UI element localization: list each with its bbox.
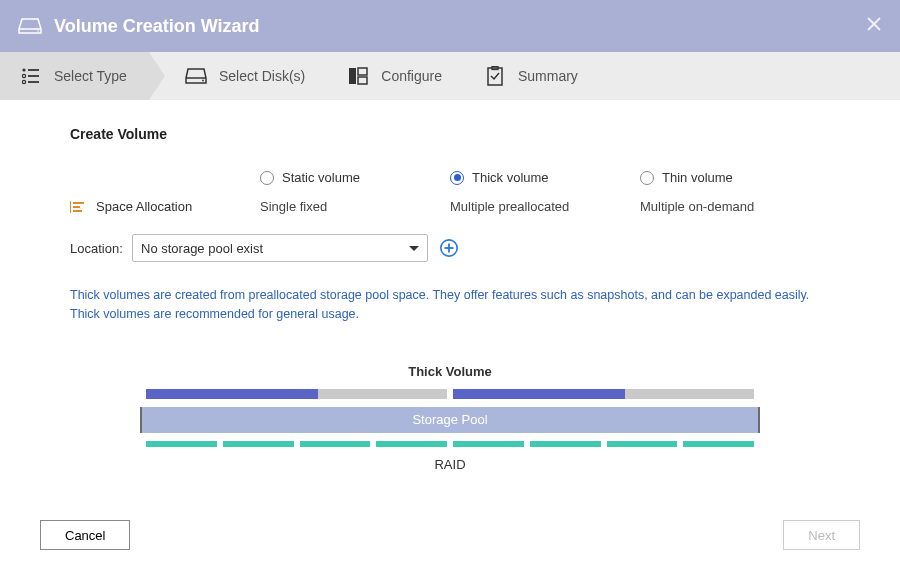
svg-rect-15: [488, 68, 502, 85]
content-area: Create Volume Static volume Thick volume…: [0, 100, 900, 500]
diagram-raid-segment: [607, 441, 678, 447]
volume-type-grid: Static volume Thick volume Thin volume S…: [70, 170, 830, 214]
radio-label: Thin volume: [662, 170, 733, 185]
radio-thin-volume[interactable]: Thin volume: [640, 170, 830, 185]
svg-point-4: [22, 68, 25, 71]
step-select-disks[interactable]: Select Disk(s): [149, 52, 327, 100]
titlebar-title: Volume Creation Wizard: [54, 16, 260, 37]
diagram-storage-pool: Storage Pool: [140, 407, 760, 433]
volume-type-note: Thick volumes are created from prealloca…: [70, 286, 830, 324]
radio-static-volume[interactable]: Static volume: [260, 170, 450, 185]
diagram-raid-segment: [530, 441, 601, 447]
radio-thick-volume[interactable]: Thick volume: [450, 170, 640, 185]
radio-label: Thick volume: [472, 170, 549, 185]
diagram-volume-bar: [453, 389, 754, 399]
location-row: Location: No storage pool exist: [70, 234, 830, 262]
space-allocation-label: Space Allocation: [96, 199, 192, 214]
diagram-raid-segment: [683, 441, 754, 447]
step-label: Configure: [381, 68, 442, 84]
svg-point-1: [37, 30, 39, 32]
svg-point-8: [22, 80, 25, 83]
location-value: No storage pool exist: [141, 241, 263, 256]
diagram-volume-bar: [146, 389, 447, 399]
diagram-raid-segment: [453, 441, 524, 447]
disk-icon: [18, 17, 42, 35]
diagram-raid-segment: [223, 441, 294, 447]
diagram-raid-segment: [376, 441, 447, 447]
drive-icon: [185, 66, 207, 86]
cancel-button[interactable]: Cancel: [40, 520, 130, 550]
allocation-icon: [70, 200, 86, 214]
radio-label: Static volume: [282, 170, 360, 185]
location-label: Location:: [70, 241, 132, 256]
allocation-static: Single fixed: [260, 199, 450, 214]
footer: Cancel Next: [0, 500, 900, 570]
space-allocation-label-cell: Space Allocation: [70, 199, 260, 214]
titlebar: Volume Creation Wizard: [0, 0, 900, 52]
add-storage-pool-button[interactable]: [438, 237, 460, 259]
diagram-raid-segment: [146, 441, 217, 447]
step-select-type[interactable]: Select Type: [0, 52, 149, 100]
step-configure[interactable]: Configure: [327, 52, 464, 100]
diagram-raid-label: RAID: [140, 457, 760, 472]
diagram-title: Thick Volume: [140, 364, 760, 379]
step-label: Summary: [518, 68, 578, 84]
volume-diagram: Thick Volume Storage Pool RAID: [140, 364, 760, 472]
svg-point-11: [202, 80, 204, 82]
svg-rect-14: [358, 77, 367, 84]
section-title: Create Volume: [70, 126, 830, 142]
svg-rect-12: [349, 68, 356, 84]
diagram-raid-row: [140, 441, 760, 447]
configure-icon: [347, 66, 369, 86]
wizard-steps: Select Type Select Disk(s) Configure Sum…: [0, 52, 900, 100]
clipboard-icon: [484, 66, 506, 86]
allocation-thick: Multiple preallocated: [450, 199, 640, 214]
step-label: Select Disk(s): [219, 68, 305, 84]
diagram-raid-segment: [300, 441, 371, 447]
list-icon: [20, 66, 42, 86]
svg-rect-13: [358, 68, 367, 75]
step-label: Select Type: [54, 68, 127, 84]
diagram-volume-row: [140, 389, 760, 399]
chevron-down-icon: [409, 246, 419, 251]
next-button[interactable]: Next: [783, 520, 860, 550]
step-summary[interactable]: Summary: [464, 52, 600, 100]
allocation-thin: Multiple on-demand: [640, 199, 830, 214]
svg-point-6: [22, 74, 25, 77]
location-select[interactable]: No storage pool exist: [132, 234, 428, 262]
close-button[interactable]: [862, 12, 886, 36]
